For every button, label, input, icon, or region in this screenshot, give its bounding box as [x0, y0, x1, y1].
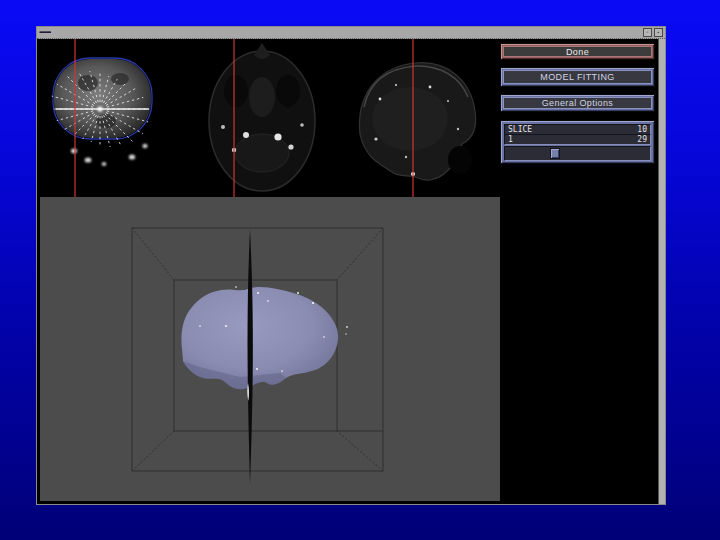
slider-min-value: 1: [508, 135, 513, 144]
window-maximize-icon[interactable]: ▪: [654, 28, 663, 37]
slider-current-value: 10: [637, 125, 647, 134]
slider-label: SLICE: [508, 125, 532, 134]
sagittal-slice-view[interactable]: [340, 39, 498, 197]
general-options-button[interactable]: General Options: [500, 94, 655, 112]
vertical-scrollbar[interactable]: [658, 39, 665, 504]
window-controls: ▫ ▪: [643, 28, 663, 37]
model-fitting-button[interactable]: MODEL FITTING: [500, 67, 655, 87]
sinus-dark-region: [448, 146, 472, 174]
done-button[interactable]: Done: [500, 43, 655, 60]
window-minimize-icon[interactable]: ▫: [643, 28, 652, 37]
general-options-button-label: General Options: [503, 97, 652, 109]
mri-model-fitting-window: ▪▪▪▪▪▪▪▪▪▪▪ ▫ ▪: [36, 26, 666, 505]
axial-slice-view[interactable]: [190, 39, 345, 197]
model-fitting-button-label: MODEL FITTING: [503, 70, 652, 84]
slider-max-value: 29: [637, 135, 647, 144]
done-button-label: Done: [503, 46, 652, 57]
window-content: Done MODEL FITTING General Options SLICE…: [37, 39, 665, 504]
coronal-slice-view[interactable]: [44, 39, 194, 197]
window-title: ▪▪▪▪▪▪▪▪▪▪▪: [39, 29, 51, 36]
slice-slider-handle[interactable]: [550, 148, 560, 159]
slide-background: { "window": { "title": "▪▪▪▪▪▪▪▪▪▪▪", "c…: [0, 0, 720, 540]
slice-slider-panel: SLICE 10 1 29: [500, 120, 655, 164]
fan-center-point: [97, 106, 102, 111]
control-panel: Done MODEL FITTING General Options SLICE…: [500, 43, 655, 164]
slider-range-row: 1 29: [504, 134, 651, 145]
slice-slider-track[interactable]: [504, 146, 651, 161]
model-3d-viewport[interactable]: [40, 197, 500, 501]
slice-cut-plane: [248, 229, 253, 484]
window-titlebar[interactable]: ▪▪▪▪▪▪▪▪▪▪▪ ▫ ▪: [37, 27, 665, 39]
